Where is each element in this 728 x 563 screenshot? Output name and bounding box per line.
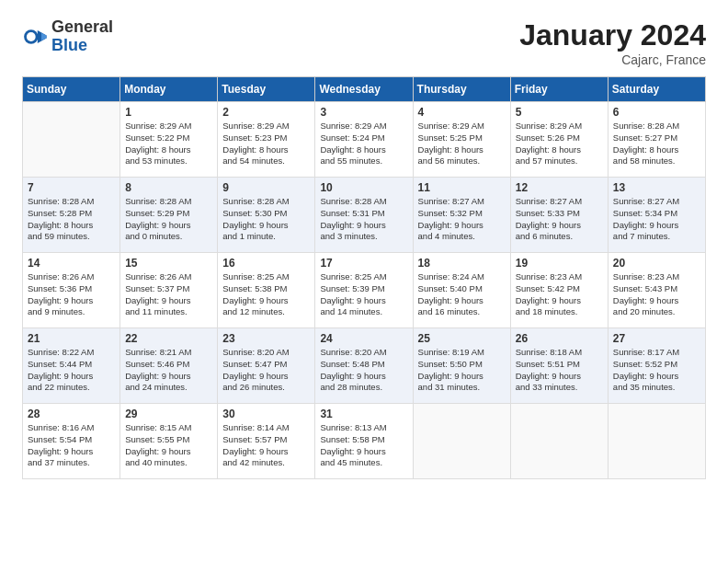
table-row: 27Sunrise: 8:17 AM Sunset: 5:52 PM Dayli… xyxy=(608,328,705,404)
day-info: Sunrise: 8:25 AM Sunset: 5:39 PM Dayligh… xyxy=(320,271,407,318)
col-monday: Monday xyxy=(120,77,218,102)
day-number: 12 xyxy=(516,181,603,194)
col-friday: Friday xyxy=(510,77,608,102)
day-info: Sunrise: 8:21 AM Sunset: 5:46 PM Dayligh… xyxy=(125,347,212,394)
day-number: 8 xyxy=(125,181,212,194)
day-info: Sunrise: 8:27 AM Sunset: 5:32 PM Dayligh… xyxy=(418,196,506,243)
table-row: 31Sunrise: 8:13 AM Sunset: 5:58 PM Dayli… xyxy=(315,404,413,479)
calendar-week-row: 14Sunrise: 8:26 AM Sunset: 5:36 PM Dayli… xyxy=(23,253,706,328)
table-row: 3Sunrise: 8:29 AM Sunset: 5:24 PM Daylig… xyxy=(315,102,413,178)
day-number: 15 xyxy=(125,257,212,270)
day-number: 18 xyxy=(418,257,506,270)
title-block: January 2024 Cajarc, France xyxy=(519,18,706,67)
day-number: 14 xyxy=(28,257,115,270)
table-row: 9Sunrise: 8:28 AM Sunset: 5:30 PM Daylig… xyxy=(218,178,315,253)
table-row: 8Sunrise: 8:28 AM Sunset: 5:29 PM Daylig… xyxy=(120,178,218,253)
table-row: 21Sunrise: 8:22 AM Sunset: 5:44 PM Dayli… xyxy=(23,328,120,404)
table-row: 13Sunrise: 8:27 AM Sunset: 5:34 PM Dayli… xyxy=(608,178,705,253)
day-number: 26 xyxy=(516,332,603,345)
day-info: Sunrise: 8:25 AM Sunset: 5:38 PM Dayligh… xyxy=(222,271,310,318)
table-row: 2Sunrise: 8:29 AM Sunset: 5:23 PM Daylig… xyxy=(218,102,315,178)
day-info: Sunrise: 8:28 AM Sunset: 5:28 PM Dayligh… xyxy=(28,196,115,243)
day-info: Sunrise: 8:26 AM Sunset: 5:37 PM Dayligh… xyxy=(125,271,212,318)
month-title: January 2024 xyxy=(519,18,706,52)
day-info: Sunrise: 8:29 AM Sunset: 5:22 PM Dayligh… xyxy=(125,121,212,167)
table-row: 7Sunrise: 8:28 AM Sunset: 5:28 PM Daylig… xyxy=(23,178,120,253)
day-info: Sunrise: 8:29 AM Sunset: 5:25 PM Dayligh… xyxy=(418,121,506,167)
table-row: 18Sunrise: 8:24 AM Sunset: 5:40 PM Dayli… xyxy=(413,253,510,328)
day-info: Sunrise: 8:15 AM Sunset: 5:55 PM Dayligh… xyxy=(125,422,212,469)
page: General Blue January 2024 Cajarc, France… xyxy=(0,0,728,563)
day-number: 25 xyxy=(418,332,506,345)
day-number: 7 xyxy=(28,181,115,194)
day-number: 28 xyxy=(28,408,115,420)
table-row: 11Sunrise: 8:27 AM Sunset: 5:32 PM Dayli… xyxy=(413,178,510,253)
day-info: Sunrise: 8:17 AM Sunset: 5:52 PM Dayligh… xyxy=(613,347,700,394)
day-info: Sunrise: 8:28 AM Sunset: 5:30 PM Dayligh… xyxy=(222,196,310,243)
table-row: 6Sunrise: 8:28 AM Sunset: 5:27 PM Daylig… xyxy=(608,102,705,178)
calendar-week-row: 1Sunrise: 8:29 AM Sunset: 5:22 PM Daylig… xyxy=(23,102,706,178)
day-info: Sunrise: 8:28 AM Sunset: 5:27 PM Dayligh… xyxy=(613,121,700,167)
table-row: 22Sunrise: 8:21 AM Sunset: 5:46 PM Dayli… xyxy=(120,328,218,404)
day-number: 23 xyxy=(222,332,310,345)
day-number: 22 xyxy=(125,332,212,345)
day-number: 9 xyxy=(222,181,310,194)
calendar-header-row: Sunday Monday Tuesday Wednesday Thursday… xyxy=(23,77,706,102)
day-number: 27 xyxy=(613,332,700,345)
day-info: Sunrise: 8:20 AM Sunset: 5:47 PM Dayligh… xyxy=(222,347,310,394)
day-number: 1 xyxy=(125,106,212,119)
calendar-table: Sunday Monday Tuesday Wednesday Thursday… xyxy=(22,76,706,479)
day-number: 19 xyxy=(516,257,603,270)
col-saturday: Saturday xyxy=(608,77,705,102)
logo-blue: Blue xyxy=(51,37,113,55)
table-row: 19Sunrise: 8:23 AM Sunset: 5:42 PM Dayli… xyxy=(510,253,608,328)
table-row xyxy=(510,404,608,479)
logo: General Blue xyxy=(22,18,113,55)
table-row: 30Sunrise: 8:14 AM Sunset: 5:57 PM Dayli… xyxy=(218,404,315,479)
day-info: Sunrise: 8:24 AM Sunset: 5:40 PM Dayligh… xyxy=(418,271,506,318)
day-number: 31 xyxy=(320,408,407,420)
logo-general: General xyxy=(51,18,113,37)
table-row: 15Sunrise: 8:26 AM Sunset: 5:37 PM Dayli… xyxy=(120,253,218,328)
day-info: Sunrise: 8:14 AM Sunset: 5:57 PM Dayligh… xyxy=(222,422,310,469)
location: Cajarc, France xyxy=(519,52,706,67)
table-row: 25Sunrise: 8:19 AM Sunset: 5:50 PM Dayli… xyxy=(413,328,510,404)
table-row: 1Sunrise: 8:29 AM Sunset: 5:22 PM Daylig… xyxy=(120,102,218,178)
header: General Blue January 2024 Cajarc, France xyxy=(22,18,706,67)
col-thursday: Thursday xyxy=(413,77,510,102)
day-info: Sunrise: 8:27 AM Sunset: 5:33 PM Dayligh… xyxy=(516,196,603,243)
svg-point-1 xyxy=(27,32,36,41)
logo-icon xyxy=(22,24,48,50)
day-number: 3 xyxy=(320,106,407,119)
day-info: Sunrise: 8:23 AM Sunset: 5:43 PM Dayligh… xyxy=(613,271,700,318)
table-row xyxy=(23,102,120,178)
day-info: Sunrise: 8:20 AM Sunset: 5:48 PM Dayligh… xyxy=(320,347,407,394)
col-tuesday: Tuesday xyxy=(218,77,315,102)
day-number: 30 xyxy=(222,408,310,420)
day-info: Sunrise: 8:19 AM Sunset: 5:50 PM Dayligh… xyxy=(418,347,506,394)
calendar-week-row: 28Sunrise: 8:16 AM Sunset: 5:54 PM Dayli… xyxy=(23,404,706,479)
day-info: Sunrise: 8:26 AM Sunset: 5:36 PM Dayligh… xyxy=(28,271,115,318)
table-row: 14Sunrise: 8:26 AM Sunset: 5:36 PM Dayli… xyxy=(23,253,120,328)
table-row: 24Sunrise: 8:20 AM Sunset: 5:48 PM Dayli… xyxy=(315,328,413,404)
col-wednesday: Wednesday xyxy=(315,77,413,102)
day-number: 11 xyxy=(418,181,506,194)
day-info: Sunrise: 8:23 AM Sunset: 5:42 PM Dayligh… xyxy=(516,271,603,318)
day-info: Sunrise: 8:22 AM Sunset: 5:44 PM Dayligh… xyxy=(28,347,115,394)
day-number: 10 xyxy=(320,181,407,194)
table-row: 23Sunrise: 8:20 AM Sunset: 5:47 PM Dayli… xyxy=(218,328,315,404)
day-number: 4 xyxy=(418,106,506,119)
day-info: Sunrise: 8:13 AM Sunset: 5:58 PM Dayligh… xyxy=(320,422,407,469)
logo-text: General Blue xyxy=(51,18,113,55)
day-number: 6 xyxy=(613,106,700,119)
day-number: 16 xyxy=(222,257,310,270)
day-info: Sunrise: 8:18 AM Sunset: 5:51 PM Dayligh… xyxy=(516,347,603,394)
day-info: Sunrise: 8:29 AM Sunset: 5:23 PM Dayligh… xyxy=(222,121,310,167)
day-info: Sunrise: 8:16 AM Sunset: 5:54 PM Dayligh… xyxy=(28,422,115,469)
table-row: 28Sunrise: 8:16 AM Sunset: 5:54 PM Dayli… xyxy=(23,404,120,479)
day-number: 2 xyxy=(222,106,310,119)
day-info: Sunrise: 8:29 AM Sunset: 5:26 PM Dayligh… xyxy=(516,121,603,167)
day-number: 21 xyxy=(28,332,115,345)
day-info: Sunrise: 8:28 AM Sunset: 5:29 PM Dayligh… xyxy=(125,196,212,243)
table-row xyxy=(608,404,705,479)
